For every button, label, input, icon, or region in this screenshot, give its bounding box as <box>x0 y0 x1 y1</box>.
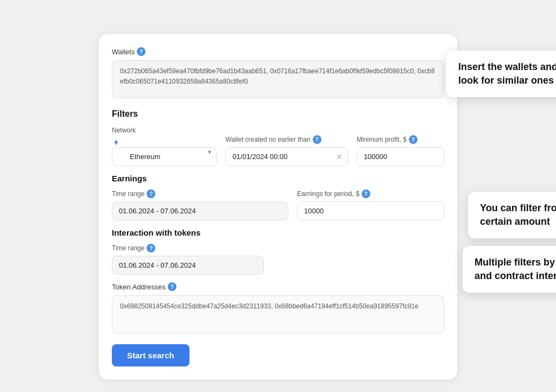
wallets-help-icon[interactable]: ? <box>137 47 146 56</box>
interaction-time-label: Time range ? <box>112 244 444 252</box>
filter-row-1: Network Ethereum Bitcoin Polygon Solana <box>112 127 444 166</box>
tooltip-wallets: Insert the wallets and look for similar … <box>446 50 556 97</box>
start-search-button[interactable]: Start search <box>112 344 189 366</box>
earnings-row: Time range ? Earnings for period, $ ? <box>112 189 444 220</box>
wallet-date-input-wrapper: ✕ <box>225 147 348 166</box>
wallet-date-label: Wallet created no earlier than ? <box>225 135 348 144</box>
token-addresses-input[interactable]: 0x6982508145454ce325ddbe47a25d4ec3d23119… <box>112 295 444 333</box>
earnings-period-label: Earnings for period, $ ? <box>297 189 444 198</box>
interaction-heading: Interaction with tokens <box>112 228 444 237</box>
min-profit-label: Minimum profit, $ ? <box>357 135 444 144</box>
network-group: Network Ethereum Bitcoin Polygon Solana <box>112 127 217 166</box>
interaction-time-help-icon[interactable]: ? <box>147 244 155 252</box>
wallets-label-row: Wallets ? <box>112 47 444 56</box>
network-label: Network <box>112 127 217 134</box>
earnings-heading: Earnings <box>112 174 444 183</box>
wallets-label: Wallets <box>112 48 135 56</box>
earnings-time-group: Time range ? <box>112 189 288 220</box>
wallet-date-help-icon[interactable]: ? <box>313 135 321 144</box>
token-addresses-help-icon[interactable]: ? <box>168 282 176 291</box>
tooltip-multiple: Multiple filters by time and contract in… <box>463 246 556 293</box>
min-profit-help-icon[interactable]: ? <box>409 135 418 144</box>
main-card: Wallets ? 0x272b065a43ef59ea470fbfd9be76… <box>99 34 457 380</box>
interaction-time-input[interactable] <box>112 256 264 275</box>
page-wrapper: Wallets ? 0x272b065a43ef59ea470fbfd9be76… <box>11 11 545 392</box>
earnings-time-label: Time range ? <box>112 189 288 198</box>
network-select[interactable]: Ethereum Bitcoin Polygon Solana <box>112 147 217 166</box>
earnings-time-help-icon[interactable]: ? <box>147 189 155 198</box>
earnings-time-input[interactable] <box>112 201 288 220</box>
wallet-date-group: Wallet created no earlier than ? ✕ <box>225 135 348 166</box>
filters-heading: Filters <box>112 109 444 119</box>
wallet-date-input[interactable] <box>225 147 348 166</box>
ethereum-icon <box>112 138 121 147</box>
wallet-date-clear-button[interactable]: ✕ <box>335 151 344 162</box>
earnings-period-help-icon[interactable]: ? <box>362 189 370 198</box>
token-addresses-label-row: Token Addresses ? <box>112 282 444 291</box>
wallets-input[interactable]: 0x272b065a43ef59ea470fbfd9be76ad1b43aab6… <box>112 60 444 98</box>
token-addresses-label: Token Addresses <box>112 283 166 291</box>
earnings-period-input[interactable] <box>297 201 444 220</box>
earnings-period-group: Earnings for period, $ ? <box>297 189 444 220</box>
min-profit-group: Minimum profit, $ ? <box>357 135 444 166</box>
network-select-wrapper: Ethereum Bitcoin Polygon Solana ▾ <box>112 137 217 166</box>
tooltip-filter: You can filter from a certain amount <box>468 192 556 238</box>
min-profit-input[interactable] <box>357 147 444 166</box>
interaction-time-group: Time range ? <box>112 244 444 275</box>
